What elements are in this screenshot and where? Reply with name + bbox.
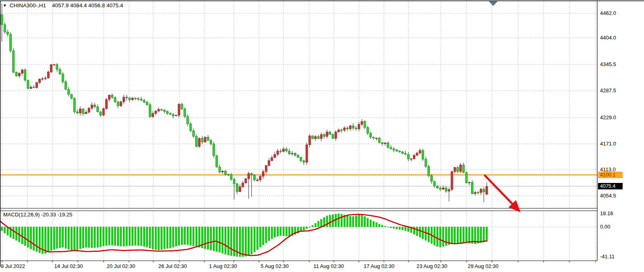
macd-indicator-label: MACD(12,26,9) -20.33 -19.25	[3, 212, 72, 218]
macd-histogram-bar	[303, 227, 304, 230]
candle-body	[355, 128, 357, 129]
candle-body	[297, 155, 299, 157]
candle-body	[79, 109, 81, 113]
candle-body	[288, 151, 290, 154]
candle-body	[404, 154, 406, 154]
candle-body	[486, 187, 488, 194]
macd-histogram-bar	[85, 227, 87, 247]
macd-histogram-bar	[207, 227, 209, 249]
candle-body	[431, 176, 433, 181]
candle-body	[460, 165, 462, 171]
macd-histogram-bar	[248, 227, 250, 255]
candle-body	[36, 83, 38, 87]
candle-body	[129, 98, 131, 100]
macd-histogram-bar	[167, 227, 168, 248]
macd-histogram-bar	[1, 227, 3, 231]
candle-body	[457, 168, 459, 172]
candle-body	[416, 153, 418, 156]
chart-canvas[interactable]	[0, 0, 644, 272]
candle-body	[259, 176, 261, 180]
macd-histogram-bar	[140, 227, 142, 246]
macd-histogram-bar	[419, 227, 421, 237]
candle-body	[248, 173, 250, 179]
candle-body	[216, 156, 218, 167]
macd-histogram-bar	[402, 227, 403, 230]
macd-histogram-bar	[341, 214, 342, 227]
candle-body	[274, 154, 276, 158]
macd-histogram-bar	[227, 227, 229, 255]
candle-body	[204, 137, 206, 142]
candle-body	[13, 51, 15, 73]
macd-histogram-bar	[274, 227, 275, 237]
candle-body	[225, 171, 227, 174]
price-tick-label: 4287.5	[600, 87, 616, 93]
candle-body	[233, 179, 235, 184]
candle-body	[213, 144, 215, 156]
macd-histogram-bar	[364, 216, 366, 227]
candle-body	[184, 109, 186, 116]
macd-histogram-bar	[315, 223, 316, 227]
candle-body	[315, 137, 317, 139]
candle-body	[114, 98, 116, 102]
candle-body	[332, 134, 334, 138]
candle-body	[245, 179, 247, 183]
macd-histogram-bar	[181, 227, 183, 245]
price-tick-label: 4345.5	[600, 61, 616, 67]
candle-body	[442, 188, 444, 189]
macd-histogram-bar	[355, 216, 357, 227]
macd-histogram-bar	[175, 227, 177, 246]
symbol-dropdown-icon[interactable]: ▼	[3, 3, 7, 8]
macd-histogram-bar	[375, 222, 377, 227]
macd-histogram-bar	[361, 215, 363, 227]
macd-histogram-bar	[126, 227, 127, 246]
macd-histogram-bar	[24, 227, 26, 246]
macd-histogram-bar	[437, 227, 438, 246]
trend-arrow-shaft[interactable]	[484, 175, 512, 203]
candle-body	[317, 137, 319, 139]
candle-body	[10, 34, 12, 51]
candle-body	[138, 98, 140, 99]
candle-body	[268, 160, 270, 165]
candle-body	[308, 136, 311, 145]
macd-histogram-bar	[196, 227, 197, 247]
macd-histogram-bar	[178, 227, 180, 245]
candle-body	[341, 130, 343, 131]
macd-histogram-bar	[358, 215, 360, 227]
candle-body	[303, 161, 305, 162]
chart-shift-marker-icon[interactable]	[489, 1, 498, 6]
candle-body	[445, 188, 447, 191]
macd-histogram-bar	[117, 227, 119, 246]
candle-body	[265, 166, 267, 172]
candle-body	[102, 109, 104, 115]
candle-body	[39, 79, 41, 83]
candle-body	[126, 97, 128, 98]
candle-body	[21, 70, 23, 73]
macd-histogram-bar	[277, 227, 279, 236]
macd-histogram-bar	[288, 227, 290, 236]
macd-histogram-bar	[442, 227, 444, 247]
candle-body	[262, 172, 264, 176]
macd-histogram-bar	[62, 227, 64, 247]
price-tick-label: 4229.0	[600, 114, 616, 120]
macd-histogram-bar	[280, 227, 281, 236]
macd-histogram-bar	[21, 227, 23, 244]
macd-histogram-bar	[440, 227, 441, 247]
candle-body	[300, 157, 302, 161]
macd-histogram-bar	[286, 227, 287, 236]
macd-histogram-bar	[329, 215, 331, 227]
candle-body	[108, 95, 110, 100]
candle-body	[254, 175, 256, 180]
candle-body	[390, 147, 392, 149]
macd-histogram-bar	[321, 219, 322, 227]
macd-histogram-bar	[74, 227, 75, 251]
macd-histogram-bar	[187, 227, 188, 245]
candle-body	[143, 100, 145, 102]
candle-body	[68, 89, 70, 94]
macd-histogram-bar	[184, 227, 185, 245]
macd-histogram-bar	[77, 227, 78, 250]
macd-histogram-bar	[480, 227, 482, 243]
candle-body	[4, 25, 6, 32]
candle-body	[242, 183, 244, 187]
macd-histogram-bar	[416, 227, 418, 236]
candle-body	[117, 102, 119, 106]
